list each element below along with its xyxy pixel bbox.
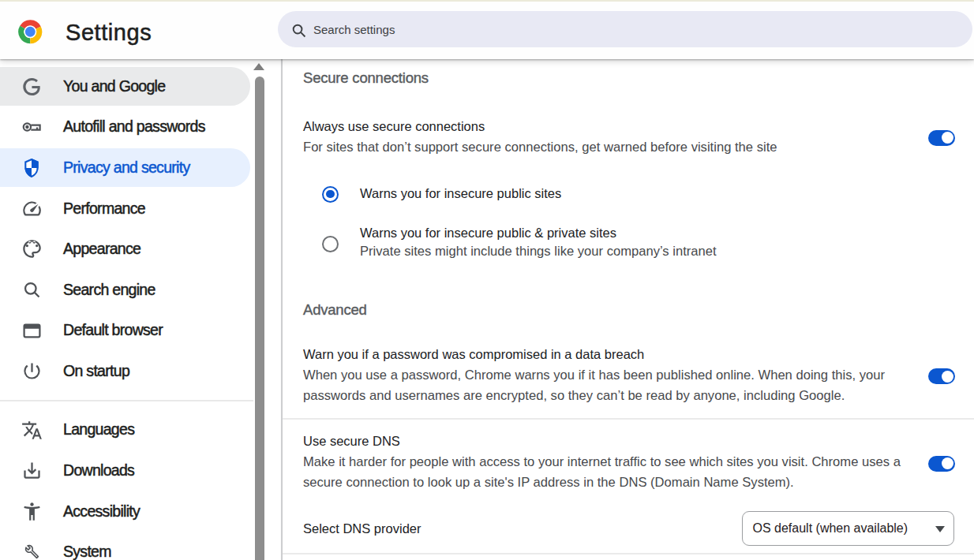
sidebar-item-autofill-and-passwords[interactable]: Autofill and passwords: [0, 108, 250, 147]
radio-insecure-public-sites[interactable]: [322, 186, 339, 203]
page-title: Settings: [66, 20, 152, 46]
shield-icon: [21, 157, 43, 179]
dns-provider-select[interactable]: OS default (when available): [742, 511, 954, 546]
palette-icon: [21, 238, 43, 259]
sidebar-item-performance[interactable]: Performance: [0, 189, 250, 228]
toggle-always-use-secure-connections[interactable]: [928, 130, 955, 146]
sidebar-item-privacy-and-security[interactable]: Privacy and security: [0, 148, 250, 187]
sidebar-item-languages[interactable]: Languages: [0, 411, 250, 450]
row-sub-always-use-secure-connections: For sites that don’t support secure conn…: [303, 137, 777, 158]
accessibility-icon: [21, 501, 43, 522]
sidebar-item-label: Search engine: [63, 281, 155, 299]
row-sub-line: When you use a password, Chrome warns yo…: [303, 365, 885, 386]
sidebar-item-on-startup[interactable]: On startup: [0, 352, 250, 390]
row-sub-password-breach: When you use a password, Chrome warns yo…: [303, 365, 885, 407]
wrench-icon: [21, 541, 43, 560]
key-icon: [21, 116, 43, 138]
browser-icon: [21, 319, 43, 342]
nav-separator: [0, 400, 253, 401]
wrench-icon: [24, 544, 39, 559]
dns-provider-value: OS default (when available): [753, 512, 908, 544]
browser-icon: [21, 320, 43, 342]
sidebar-item-default-browser[interactable]: Default browser: [0, 312, 250, 350]
row-title-use-secure-dns: Use secure DNS: [303, 434, 400, 449]
sidebar-item-you-and-google[interactable]: You and Google: [0, 67, 250, 106]
row-sub-line: Make it harder for people with access to…: [303, 452, 901, 472]
radio-sub-private: Private sites might include things like …: [360, 244, 717, 259]
toggle-use-secure-dns[interactable]: [928, 456, 955, 472]
sidebar-item-label: Appearance: [63, 240, 140, 258]
sidebar-item-search-engine[interactable]: Search engine: [0, 271, 250, 309]
shield-icon: [21, 157, 43, 179]
magnifier-icon: [21, 279, 43, 301]
sidebar-item-label: On startup: [63, 362, 129, 380]
row-title-always-use-secure-connections: Always use secure connections: [303, 119, 485, 134]
search-settings-field[interactable]: Search settings: [278, 11, 972, 47]
settings-nav-menu: You and GoogleAutofill and passwordsPriv…: [0, 0, 268, 560]
speedometer-icon: [21, 197, 43, 219]
accessibility-icon: [21, 500, 43, 522]
chrome-logo-icon: [18, 20, 43, 44]
key-icon: [21, 116, 43, 138]
sidebar-item-downloads[interactable]: Downloads: [0, 451, 250, 490]
scrollbar-thumb[interactable]: [255, 77, 264, 560]
google-g-icon: [23, 78, 40, 95]
scrollbar-up-arrow-icon[interactable]: [253, 63, 264, 70]
search-placeholder: Search settings: [313, 12, 395, 48]
sidebar-item-appearance[interactable]: Appearance: [0, 230, 250, 268]
toggle-password-breach[interactable]: [928, 368, 955, 384]
row-sub-line: passwords and usernames are encrypted, s…: [303, 386, 885, 406]
bottom-separator: [283, 553, 974, 554]
download-icon: [21, 460, 43, 482]
translate-icon: [21, 419, 43, 441]
sidebar-item-label: System: [63, 543, 111, 560]
card-left-edge: [281, 59, 283, 560]
row-title-password-breach: Warn you if a password was compromised i…: [303, 347, 644, 362]
chrome-settings-page: Settings Search settings You and GoogleA…: [0, 0, 974, 560]
row-sub-use-secure-dns: Make it harder for people with access to…: [303, 452, 901, 494]
radio-label-public[interactable]: Warns you for insecure public sites: [360, 186, 561, 201]
row-label-select-dns-provider: Select DNS provider: [303, 521, 421, 536]
power-icon: [21, 360, 43, 382]
sidebar-item-label: You and Google: [63, 77, 165, 95]
speedometer-icon: [21, 198, 43, 219]
section-separator: [283, 418, 974, 420]
sidebar-item-label: Performance: [63, 200, 145, 218]
magnifier-icon: [21, 279, 43, 301]
sidebar-item-accessibility[interactable]: Accessibility: [0, 492, 250, 531]
download-icon: [21, 460, 43, 481]
section-heading-advanced: Advanced: [303, 301, 367, 319]
translate-icon: [21, 420, 43, 441]
radio-dot: [326, 190, 335, 199]
sidebar-item-label: Default browser: [63, 321, 163, 339]
section-heading-secure-connections: Secure connections: [303, 69, 429, 87]
radio-label-private[interactable]: Warns you for insecure public & private …: [360, 226, 616, 241]
power-icon: [21, 360, 43, 383]
sidebar-item-system[interactable]: System: [0, 532, 250, 560]
google-g-icon: [21, 76, 43, 98]
toggle-knob: [942, 132, 953, 144]
sidebar-item-label: Languages: [63, 420, 134, 439]
search-icon: [290, 21, 308, 39]
sidebar-item-label: Accessibility: [63, 502, 140, 521]
sidebar-item-label: Privacy and security: [63, 159, 189, 177]
toggle-knob: [942, 371, 953, 383]
palette-icon: [21, 238, 43, 260]
row-sub-line: secure connection to look up a site's IP…: [303, 472, 901, 493]
sidebar-item-label: Downloads: [63, 461, 134, 480]
dropdown-caret-icon: [935, 526, 945, 532]
settings-toolbar: Settings Search settings: [0, 0, 974, 59]
sidebar-item-label: Autofill and passwords: [63, 118, 205, 136]
toggle-knob: [942, 457, 953, 469]
radio-insecure-public-private-sites[interactable]: [322, 236, 339, 252]
